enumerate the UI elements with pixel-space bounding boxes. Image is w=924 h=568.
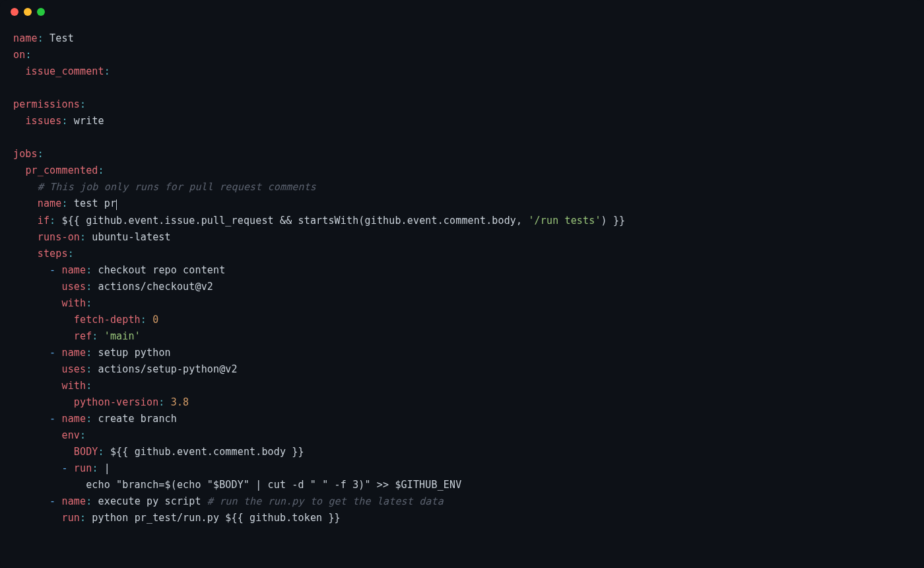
editor-window: name: Teston: issue_comment: permissions…	[0, 0, 924, 568]
code-line: pr_commented:	[13, 162, 911, 179]
code-line	[13, 129, 911, 146]
code-line: with:	[13, 295, 911, 312]
code-line: name: test pr	[13, 195, 911, 212]
code-line: on:	[13, 47, 911, 63]
code-line: run: python pr_test/run.py ${{ github.to…	[13, 510, 911, 526]
code-line: env:	[13, 427, 911, 444]
code-line: python-version: 3.8	[13, 394, 911, 411]
code-editor[interactable]: name: Teston: issue_comment: permissions…	[0, 24, 924, 540]
code-line: if: ${{ github.event.issue.pull_request …	[13, 213, 911, 229]
code-line: uses: actions/checkout@v2	[13, 279, 911, 295]
code-line: # This job only runs for pull request co…	[13, 179, 911, 195]
text-cursor	[116, 199, 117, 211]
code-line: issue_comment:	[13, 63, 911, 80]
code-line: - name: create branch	[13, 411, 911, 427]
code-line: jobs:	[13, 146, 911, 162]
minimize-icon[interactable]	[24, 8, 32, 16]
maximize-icon[interactable]	[37, 8, 45, 16]
code-line: fetch-depth: 0	[13, 312, 911, 328]
close-icon[interactable]	[11, 8, 18, 16]
code-line: - name: checkout repo content	[13, 262, 911, 279]
code-line: runs-on: ubuntu-latest	[13, 229, 911, 246]
code-line	[13, 80, 911, 96]
code-line: issues: write	[13, 113, 911, 129]
code-line: - name: execute py script # run the run.…	[13, 493, 911, 510]
code-line: with:	[13, 378, 911, 394]
code-line: steps:	[13, 246, 911, 262]
code-line: permissions:	[13, 96, 911, 113]
code-line: BODY: ${{ github.event.comment.body }}	[13, 444, 911, 460]
code-line: - name: setup python	[13, 345, 911, 361]
code-line: uses: actions/setup-python@v2	[13, 361, 911, 378]
code-line: ref: 'main'	[13, 328, 911, 345]
code-line: echo "branch=$(echo "$BODY" | cut -d " "…	[13, 477, 911, 493]
code-line: name: Test	[13, 30, 911, 47]
window-titlebar	[0, 0, 924, 24]
code-line: - run: |	[13, 460, 911, 477]
